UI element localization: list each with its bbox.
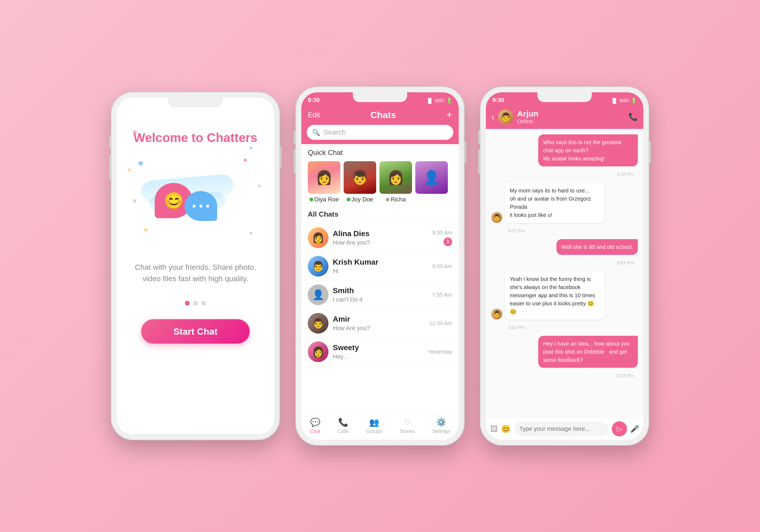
- message-bubble-received: Yeah I know but the funny thing is she's…: [505, 271, 604, 319]
- smith-avatar: 👤: [308, 284, 328, 305]
- message-row: Well she is 90 and old school.: [491, 239, 638, 255]
- power-button[interactable]: [649, 141, 651, 163]
- alina-meta: 9:30 Am 1: [432, 230, 452, 246]
- partial-avatar: 👤: [415, 161, 448, 194]
- sweety-chat-info: Sweety Hey...: [333, 343, 424, 360]
- call-button[interactable]: 📞: [628, 112, 638, 121]
- richa-avatar: 👩: [379, 161, 412, 194]
- chat-item-smith[interactable]: 👤 Smith I can't Do it 7:55 Am: [301, 281, 459, 309]
- settings-nav-label: Settings: [432, 429, 450, 434]
- richa-name: Richa: [386, 196, 406, 203]
- decor-dot: [250, 232, 253, 234]
- decor-dot: [250, 147, 253, 149]
- chat-bubble-blue: • • •: [185, 191, 217, 221]
- send-icon: ▷: [617, 425, 622, 433]
- message-row: Who says this is not the greatest chat a…: [491, 134, 638, 167]
- message-bubble-sent: Well she is 90 and old school.: [556, 239, 638, 255]
- smith-preview: I can't Do it: [333, 296, 428, 303]
- stories-nav-icon: ♡: [404, 417, 411, 427]
- message-time: 3:02 Pm: [491, 325, 638, 330]
- nav-groups[interactable]: 👥 Groups: [366, 417, 382, 434]
- amir-avatar: 👨: [308, 313, 328, 334]
- sender-avatar: 👨: [491, 212, 502, 223]
- divider: [301, 222, 459, 222]
- smith-chat-info: Smith I can't Do it: [333, 286, 428, 303]
- start-chat-button[interactable]: Start Chat: [141, 319, 250, 344]
- microphone-button[interactable]: 🎤: [630, 425, 639, 433]
- calls-nav-label: Calls: [338, 429, 349, 434]
- offline-indicator: [386, 198, 390, 201]
- decor-dot: [133, 199, 136, 203]
- groups-nav-label: Groups: [366, 429, 382, 434]
- power-button[interactable]: [464, 141, 466, 163]
- contact-avatar: 👨: [498, 109, 513, 124]
- phone-3-screen: 9:30 ▐▌ WiFi 🔋 ‹ 👨 Arjun Online: [486, 92, 643, 440]
- krish-name: Krish Kumar: [333, 258, 428, 266]
- quick-chat-label: Quick Chat: [308, 148, 452, 157]
- phones-container: Welcome to Chatters 😊: [90, 65, 670, 467]
- online-indicator: [347, 198, 351, 201]
- volume-down-button[interactable]: [478, 149, 480, 174]
- chat-item-alina[interactable]: 👩 Alina Dies How Are you? 9:30 Am 1: [301, 224, 459, 252]
- message-row: Hey I have an idea... how about you post…: [491, 336, 638, 368]
- quick-chat-item[interactable]: 👦 Joy Doe: [344, 161, 376, 203]
- bottom-nav: 💬 Chat 📞 Calls 👥 Groups ♡ Stories: [301, 414, 459, 440]
- search-placeholder: Search: [323, 128, 346, 136]
- volume-up-button[interactable]: [109, 136, 111, 149]
- volume-down-button[interactable]: [294, 149, 296, 174]
- edit-button[interactable]: Edit: [308, 111, 320, 119]
- welcome-description: Chat with your friends. Share photo, vid…: [127, 262, 263, 284]
- emoji-button[interactable]: 😊: [501, 424, 510, 433]
- quick-chat-item[interactable]: 👩 Richa: [379, 161, 412, 203]
- page-dot-3[interactable]: [201, 301, 206, 306]
- contact-status: Online: [517, 118, 625, 124]
- search-icon: 🔍: [312, 129, 320, 136]
- volume-up-button[interactable]: [294, 130, 296, 144]
- alina-time: 9:30 Am: [432, 230, 452, 236]
- wifi-icon: WiFi: [619, 98, 629, 104]
- nav-chat[interactable]: 💬 Chat: [310, 417, 320, 434]
- volume-up-button[interactable]: [478, 130, 480, 144]
- chat-item-sweety[interactable]: 👩 Sweety Hey... Yesterday: [301, 338, 459, 366]
- search-input-container[interactable]: 🔍 Search: [307, 125, 453, 140]
- amir-meta: 12:39 Am: [429, 320, 452, 326]
- message-bubble-received: My mom says its to hard to use...oh and …: [505, 183, 604, 223]
- contact-info: Arjun Online: [517, 109, 625, 124]
- alina-preview: How Are you?: [333, 239, 428, 246]
- krish-time: 8:00 Am: [432, 263, 452, 269]
- sweety-avatar: 👩: [308, 341, 328, 362]
- page-dot-1[interactable]: [185, 301, 190, 306]
- alina-avatar: 👩: [308, 227, 328, 248]
- chat-item-amir[interactable]: 👨 Amir How Are you? 12:39 Am: [301, 309, 459, 338]
- quick-chat-item-partial[interactable]: 👤: [415, 161, 448, 203]
- power-button[interactable]: [280, 147, 282, 168]
- search-bar: 🔍 Search: [301, 125, 459, 144]
- amir-time: 12:39 Am: [429, 320, 452, 326]
- welcome-title: Welcome to Chatters: [133, 130, 258, 145]
- send-button[interactable]: ▷: [612, 421, 627, 436]
- nav-stories[interactable]: ♡ Stories: [400, 417, 415, 434]
- pagination-dots: [185, 301, 206, 306]
- wifi-icon: WiFi: [435, 98, 445, 104]
- quick-chat-item[interactable]: 👩 Diya Roe: [308, 161, 340, 203]
- message-time: 3:00 Pm: [491, 172, 638, 177]
- phone-1-screen: Welcome to Chatters 😊: [117, 98, 274, 434]
- message-input[interactable]: [514, 421, 608, 436]
- phone-chat-detail: 9:30 ▐▌ WiFi 🔋 ‹ 👨 Arjun Online: [480, 87, 649, 445]
- chat-item-krish[interactable]: 👨 Krish Kumar Hi 8:00 Am: [301, 252, 459, 281]
- amir-chat-info: Amir How Are you?: [333, 315, 425, 332]
- nav-settings[interactable]: ⚙️ Settings: [432, 417, 450, 434]
- phone-welcome: Welcome to Chatters 😊: [111, 92, 280, 440]
- signal-icon: ▐▌: [426, 98, 434, 104]
- krish-chat-info: Krish Kumar Hi: [333, 258, 428, 275]
- volume-down-button[interactable]: [109, 155, 111, 179]
- page-dot-2[interactable]: [193, 301, 198, 306]
- sweety-name: Sweety: [333, 343, 424, 352]
- back-button[interactable]: ‹: [491, 112, 494, 122]
- all-chats-label: All Chats: [301, 207, 459, 221]
- message-row: 👨 Yeah I know but the funny thing is she…: [491, 271, 638, 319]
- nav-calls[interactable]: 📞 Calls: [338, 417, 349, 434]
- new-chat-button[interactable]: +: [447, 109, 452, 121]
- phone-chats: 9:30 ▐▌ WiFi 🔋 Edit Chats + 🔍: [296, 87, 464, 445]
- image-attach-button[interactable]: 🖼: [490, 424, 498, 433]
